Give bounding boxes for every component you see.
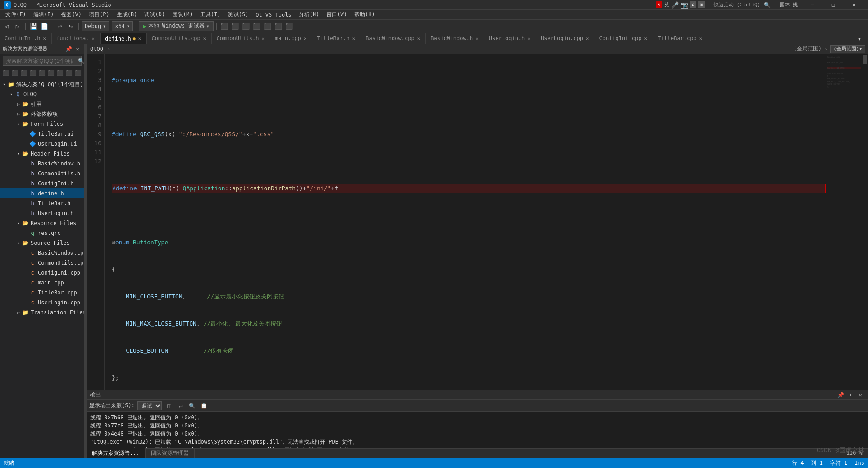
tree-source-files[interactable]: ▾ 📂 Source Files (0, 238, 84, 248)
tab-titlebar-h[interactable]: TitleBar.h ✕ (312, 33, 361, 44)
tab-define-h-close[interactable]: ✕ (137, 35, 142, 42)
tab-basicwindow-h-close[interactable]: ✕ (475, 35, 480, 42)
ime-icon[interactable]: S (656, 1, 662, 8)
tree-form-files[interactable]: ▾ 📂 Form Files (0, 119, 84, 129)
tree-external-deps[interactable]: ▷ 📂 外部依赖项 (0, 109, 84, 119)
tab-userlogin-cpp[interactable]: UserLogin.cpp ✕ (536, 33, 595, 44)
menu-debug[interactable]: 调试(D) (141, 10, 169, 20)
output-pin-btn[interactable]: 📌 (836, 391, 845, 399)
menu-tools[interactable]: 工具(T) (196, 10, 224, 20)
tree-userlogin-h[interactable]: ▷ h UserLogin.h (0, 208, 84, 218)
toolbar-btn7[interactable]: ⬛ (230, 21, 240, 31)
sidebar-tb6[interactable]: ⬛ (47, 69, 55, 77)
tree-project-qtqq[interactable]: ▾ Q QtQQ (0, 89, 84, 99)
output-clear-btn[interactable]: 🗑 (164, 401, 174, 410)
tree-basicwindow-h[interactable]: ▷ h BasicWindow.h (0, 159, 84, 169)
tab-functional-close[interactable]: ✕ (91, 35, 96, 42)
tab-configini-cpp[interactable]: ConfigIni.cpp ✕ (594, 33, 653, 44)
toolbar-forward[interactable]: ▷ (13, 21, 23, 31)
tree-userlogin-ui[interactable]: ▷ 🔷 UserLogin.ui (0, 139, 84, 149)
tab-titlebar-cpp[interactable]: TitleBar.cpp ✕ (653, 33, 708, 44)
tab-commonutils-cpp-close[interactable]: ✕ (202, 35, 207, 42)
tab-titlebar-cpp-close[interactable]: ✕ (699, 35, 704, 42)
output-wrap-btn[interactable]: ↵ (176, 401, 185, 410)
menu-window[interactable]: 窗口(W) (323, 10, 351, 20)
ime-extra[interactable]: ⚙ (690, 1, 697, 8)
tree-header-files[interactable]: ▾ 📂 Header Files (0, 149, 84, 159)
tree-titlebar-cpp[interactable]: ▷ c TitleBar.cpp (0, 288, 84, 298)
tree-solution[interactable]: ▾ 📁 解决方案'QtQQ'(1个项目) (0, 79, 84, 89)
scope-dropdown[interactable]: (全局范围) ▾ (830, 45, 865, 53)
tree-titlebar-ui[interactable]: ▷ 🔷 TitleBar.ui (0, 129, 84, 139)
breadcrumb-project[interactable]: QtQQ (89, 46, 104, 52)
tree-configini-h[interactable]: ▷ h ConfigIni.h (0, 179, 84, 188)
sidebar-tb5[interactable]: ⬛ (38, 69, 46, 77)
tree-commonutils-h[interactable]: ▷ h CommonUtils.h (0, 169, 84, 179)
menu-team[interactable]: 团队(M) (169, 10, 196, 20)
sidebar-tb4[interactable]: ⬛ (29, 69, 37, 77)
maximize-button[interactable]: □ (823, 0, 844, 10)
tab-main-cpp[interactable]: main.cpp ✕ (270, 33, 312, 44)
platform-dropdown[interactable]: x64 ▾ (112, 21, 133, 31)
menu-help[interactable]: 帮助(H) (351, 10, 379, 20)
menu-edit[interactable]: 编辑(E) (30, 10, 58, 20)
toolbar-redo[interactable]: ↪ (66, 21, 76, 31)
tab-basicwindow-h[interactable]: BasicWindow.h ✕ (426, 33, 484, 44)
sidebar-pin-btn[interactable]: 📌 (64, 45, 73, 53)
toolbar-btn8[interactable]: ⬛ (241, 21, 251, 31)
toolbar-back[interactable]: ◁ (2, 21, 12, 31)
tree-commonutils-cpp[interactable]: ▷ c CommonUtils.cpp (0, 258, 84, 268)
toolbar-btn10[interactable]: ⬛ (263, 21, 273, 31)
run-button[interactable]: ▶ 本地 Windows 调试器 ▾ (139, 21, 214, 31)
output-expand-btn[interactable]: ⬆ (846, 391, 854, 399)
tab-commonutils-cpp[interactable]: CommonUtils.cpp ✕ (147, 33, 212, 44)
output-source-select[interactable]: 调试 (137, 401, 162, 410)
tree-configini-cpp[interactable]: ▷ c ConfigIni.cpp (0, 268, 84, 278)
minimize-button[interactable]: ─ (802, 0, 823, 10)
tab-configini-h-close[interactable]: ✕ (42, 35, 47, 42)
tab-configini-cpp-close[interactable]: ✕ (643, 35, 648, 42)
tab-commonutils-h[interactable]: CommonUtils.h ✕ (212, 33, 270, 44)
tab-commonutils-h-close[interactable]: ✕ (260, 35, 265, 42)
sidebar-tb7[interactable]: ⬛ (56, 69, 64, 77)
tree-references[interactable]: ▷ 📂 引用 (0, 99, 84, 109)
editor-scrollbar[interactable] (862, 54, 868, 390)
menu-build[interactable]: 生成(B) (113, 10, 141, 20)
tree-resource-files[interactable]: ▾ 📂 Resource Files (0, 218, 84, 228)
tree-res-qrc[interactable]: ▷ q res.qrc (0, 228, 84, 238)
sidebar-tb2[interactable]: ⬛ (11, 69, 19, 77)
menu-file[interactable]: 文件(F) (2, 10, 30, 20)
sidebar-tb8[interactable]: ⬛ (65, 69, 73, 77)
sidebar-search-input[interactable] (3, 58, 76, 64)
tab-basicwindow-cpp-close[interactable]: ✕ (416, 35, 421, 42)
output-copy-btn[interactable]: 📋 (200, 401, 209, 410)
tab-configini-h[interactable]: ConfigIni.h ✕ (0, 33, 52, 44)
close-button[interactable]: ✕ (844, 0, 864, 10)
tree-basicwindow-cpp[interactable]: ▷ c BasicWindow.cpp (0, 248, 84, 258)
tab-overflow-btn[interactable]: ▾ (854, 34, 864, 44)
tree-main-cpp[interactable]: ▷ c main.cpp (0, 278, 84, 288)
tab-functional[interactable]: functional ✕ (52, 33, 101, 44)
toolbar-saveall[interactable]: 📄 (39, 21, 49, 31)
toolbar-btn12[interactable]: ⬛ (284, 21, 294, 31)
ime-cam[interactable]: 📷 (681, 1, 688, 9)
code-editor[interactable]: #pragma once #define QRC_QSS(x) ":/Resou… (105, 54, 826, 390)
debug-config-dropdown[interactable]: Debug ▾ (82, 21, 109, 31)
output-find-btn[interactable]: 🔍 (188, 401, 197, 410)
bottom-tab-solution[interactable]: 解决方案资源管... (87, 448, 146, 458)
tab-userlogin-h[interactable]: UserLogin.h ✕ (484, 33, 536, 44)
menu-analyze[interactable]: 分析(N) (295, 10, 323, 20)
tab-basicwindow-cpp[interactable]: BasicWindow.cpp ✕ (361, 33, 426, 44)
menu-project[interactable]: 项目(P) (85, 10, 113, 20)
sidebar-close-btn[interactable]: ✕ (73, 45, 82, 53)
bottom-tab-team[interactable]: 团队资源管理器 (146, 448, 195, 458)
ime-mic[interactable]: 🎤 (671, 1, 679, 9)
sidebar-tb1[interactable]: ⬛ (2, 69, 10, 77)
tab-titlebar-h-close[interactable]: ✕ (352, 35, 356, 42)
toolbar-save[interactable]: 💾 (28, 21, 38, 31)
menu-view[interactable]: 视图(V) (57, 10, 85, 20)
tree-translation-files[interactable]: ▷ 📁 Translation Files (0, 307, 84, 317)
toolbar-undo[interactable]: ↩ (55, 21, 65, 31)
tree-define-h[interactable]: ▷ h define.h (0, 188, 84, 198)
tree-userlogin-cpp[interactable]: ▷ c UserLogin.cpp (0, 298, 84, 307)
